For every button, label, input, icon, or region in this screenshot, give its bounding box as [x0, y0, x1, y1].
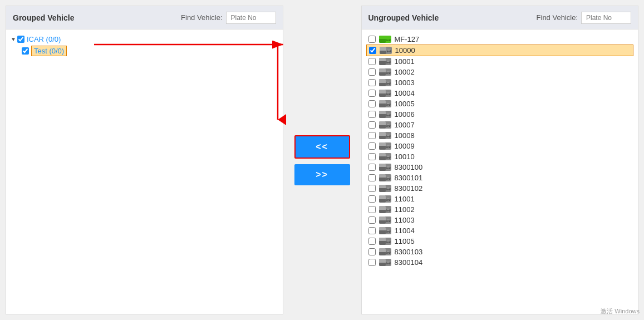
- svg-point-26: [386, 94, 387, 95]
- root-checkbox[interactable]: [17, 36, 24, 43]
- svg-point-90: [386, 263, 387, 264]
- vehicle-checkbox[interactable]: [368, 153, 376, 160]
- svg-point-11: [390, 51, 391, 52]
- list-item[interactable]: 10007: [366, 120, 634, 130]
- vehicle-checkbox[interactable]: [368, 248, 376, 255]
- list-item[interactable]: 11005: [366, 236, 634, 247]
- list-item[interactable]: 8300100: [366, 162, 634, 173]
- svg-point-51: [389, 157, 390, 159]
- svg-point-54: [386, 168, 387, 169]
- vehicle-name: 11002: [395, 205, 415, 214]
- list-item[interactable]: 10001: [366, 56, 634, 67]
- svg-rect-81: [387, 240, 389, 241]
- svg-rect-25: [387, 92, 389, 93]
- list-item[interactable]: MF-127: [366, 34, 634, 45]
- list-item[interactable]: 10005: [366, 99, 634, 109]
- list-item[interactable]: 11001: [366, 194, 634, 204]
- vehicle-checkbox[interactable]: [368, 259, 376, 266]
- vehicle-status-icon: [379, 121, 391, 129]
- expand-icon[interactable]: ▼: [11, 36, 16, 42]
- vehicle-name: 10009: [395, 142, 415, 150]
- vehicle-checkbox[interactable]: [368, 100, 376, 107]
- svg-point-14: [386, 62, 387, 63]
- list-item[interactable]: 11002: [366, 204, 634, 215]
- move-right-button[interactable]: >>: [294, 164, 350, 185]
- list-item[interactable]: 8300104: [366, 257, 634, 268]
- vehicle-name: MF-127: [395, 35, 420, 43]
- ungrouped-panel-content: MF-127 10000 10001 10002 10003 10004: [362, 29, 638, 314]
- svg-rect-9: [387, 49, 390, 50]
- vehicle-checkbox[interactable]: [368, 174, 376, 181]
- tree-root-item[interactable]: ▼ ICAR (0/0): [11, 34, 278, 45]
- watermark: 激活 Windows: [601, 307, 640, 316]
- ungrouped-search-input[interactable]: [581, 12, 631, 24]
- vehicle-checkbox[interactable]: [368, 121, 376, 129]
- vehicle-name: 11003: [395, 216, 415, 224]
- vehicle-checkbox[interactable]: [368, 68, 376, 76]
- svg-point-87: [389, 253, 390, 254]
- vehicle-name: 10005: [395, 100, 415, 108]
- vehicle-checkbox[interactable]: [368, 58, 376, 65]
- child-label: Test (0/0): [31, 46, 67, 56]
- list-item[interactable]: 10004: [366, 88, 634, 99]
- svg-point-82: [386, 242, 387, 243]
- svg-rect-57: [387, 176, 389, 178]
- grouped-find-vehicle: Find Vehicle:: [181, 12, 276, 24]
- list-item[interactable]: 8300103: [366, 247, 634, 257]
- svg-rect-89: [387, 261, 389, 262]
- vehicle-name: 10000: [395, 46, 415, 55]
- vehicle-name: 10008: [395, 131, 415, 140]
- vehicle-checkbox[interactable]: [368, 142, 376, 150]
- svg-point-43: [389, 136, 390, 137]
- vehicle-checkbox[interactable]: [368, 238, 376, 245]
- vehicle-status-icon: [379, 227, 391, 234]
- vehicle-checkbox[interactable]: [369, 47, 376, 54]
- list-item[interactable]: 11003: [366, 215, 634, 225]
- vehicle-status-icon: [379, 90, 391, 97]
- svg-rect-69: [387, 208, 389, 209]
- svg-point-6: [386, 40, 387, 41]
- list-item[interactable]: 10006: [366, 109, 634, 120]
- vehicle-checkbox[interactable]: [368, 216, 376, 224]
- list-item[interactable]: 10000: [366, 45, 634, 56]
- vehicle-checkbox[interactable]: [368, 227, 376, 234]
- vehicle-name: 8300100: [395, 163, 423, 171]
- vehicle-checkbox[interactable]: [368, 111, 376, 118]
- vehicle-status-icon: [379, 111, 391, 118]
- list-item[interactable]: 10003: [366, 77, 634, 88]
- vehicle-status-icon: [379, 259, 391, 266]
- move-left-button[interactable]: <<: [294, 135, 350, 159]
- list-item[interactable]: 8300102: [366, 183, 634, 194]
- svg-rect-17: [387, 71, 389, 72]
- child-checkbox[interactable]: [22, 47, 29, 55]
- vehicle-checkbox[interactable]: [368, 206, 376, 213]
- svg-rect-85: [387, 250, 389, 252]
- svg-point-22: [386, 83, 387, 85]
- list-item[interactable]: 10008: [366, 130, 634, 141]
- vehicle-checkbox[interactable]: [368, 164, 376, 171]
- svg-point-55: [389, 168, 390, 169]
- svg-point-31: [389, 105, 390, 106]
- svg-point-62: [386, 189, 387, 190]
- grouped-search-input[interactable]: [226, 12, 276, 24]
- svg-point-23: [389, 83, 390, 85]
- main-container: Grouped Vehicle Find Vehicle: ▼ ICAR (0/…: [0, 0, 644, 320]
- vehicle-checkbox[interactable]: [368, 36, 376, 43]
- vehicle-status-icon: [379, 68, 391, 76]
- vehicle-checkbox[interactable]: [368, 185, 376, 192]
- list-item[interactable]: 10009: [366, 141, 634, 151]
- vehicle-checkbox[interactable]: [368, 195, 376, 203]
- vehicle-checkbox[interactable]: [368, 79, 376, 86]
- svg-rect-73: [387, 219, 389, 220]
- svg-point-35: [389, 115, 390, 116]
- list-item[interactable]: 8300101: [366, 173, 634, 183]
- tree-child-item[interactable]: Test (0/0): [22, 45, 278, 57]
- vehicle-checkbox[interactable]: [368, 132, 376, 139]
- vehicle-checkbox[interactable]: [368, 90, 376, 97]
- ungrouped-panel-title: Ungrouped Vehicle: [368, 13, 439, 22]
- list-item[interactable]: 10010: [366, 151, 634, 162]
- list-item[interactable]: 10002: [366, 67, 634, 77]
- vehicle-name: 10004: [395, 89, 415, 97]
- svg-point-75: [389, 221, 390, 222]
- list-item[interactable]: 11004: [366, 225, 634, 236]
